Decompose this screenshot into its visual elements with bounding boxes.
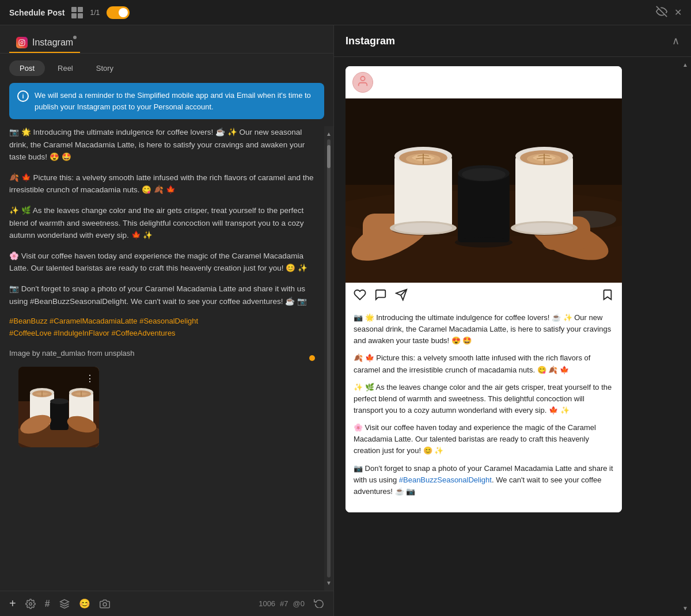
bottom-toolbar: + # 😊 bbox=[0, 591, 333, 616]
info-text: We will send a reminder to the Simplifie… bbox=[35, 90, 316, 112]
preview-scroll-down[interactable]: ▼ bbox=[682, 605, 688, 611]
svg-point-47 bbox=[455, 237, 512, 248]
svg-point-3 bbox=[23, 40, 24, 41]
instagram-icon bbox=[16, 37, 28, 48]
svg-point-52 bbox=[515, 223, 573, 233]
emoji-icon[interactable]: 😊 bbox=[79, 598, 90, 609]
titlebar-left: Schedule Post 1/1 bbox=[9, 6, 130, 19]
post-para-2: 🍂 🍁 Picture this: a velvety smooth latte… bbox=[9, 172, 315, 196]
close-icon[interactable]: ✕ bbox=[674, 7, 682, 18]
char-count: 1006 bbox=[259, 599, 275, 608]
heart-icon[interactable] bbox=[354, 288, 366, 304]
comment-icon[interactable] bbox=[374, 288, 387, 304]
instagram-preview-card: 📷 🌟 Introducing the ultimate indulgence … bbox=[346, 66, 622, 512]
collapse-icon[interactable]: ∧ bbox=[672, 35, 679, 47]
info-icon: i bbox=[17, 90, 29, 102]
platform-dot bbox=[73, 36, 77, 39]
char-count-area: 1006 #7 @0 bbox=[259, 599, 305, 608]
svg-rect-12 bbox=[50, 401, 69, 430]
undo-icon[interactable] bbox=[314, 598, 324, 610]
svg-point-2 bbox=[21, 41, 23, 44]
tab-reel[interactable]: Reel bbox=[47, 60, 83, 76]
left-panel: Instagram Post Reel Story i We will send… bbox=[0, 25, 334, 616]
caption-para-5: 📷 Don't forget to snap a photo of your C… bbox=[354, 463, 614, 497]
post-para-1: 📷 🌟 Introducing the ultimate indulgence … bbox=[9, 126, 315, 163]
grid-view-icon[interactable] bbox=[71, 7, 83, 18]
hashtags: #BeanBuzz #CaramelMacadamiaLatte #Season… bbox=[9, 315, 315, 340]
right-panel: Instagram ∧ bbox=[334, 25, 691, 616]
titlebar-right: ✕ bbox=[656, 6, 682, 20]
post-para-3: ✨ 🌿 As the leaves change color and the a… bbox=[9, 204, 315, 242]
post-para-5: 📷 Don't forget to snap a photo of your C… bbox=[9, 283, 315, 307]
add-button[interactable]: + bbox=[9, 597, 16, 610]
yellow-dot bbox=[309, 355, 315, 361]
main-layout: Instagram Post Reel Story i We will send… bbox=[0, 25, 691, 616]
toggle-switch[interactable] bbox=[107, 6, 130, 19]
svg-point-50 bbox=[394, 223, 452, 233]
svg-rect-33 bbox=[458, 173, 510, 242]
content-tabs: Post Reel Story bbox=[0, 54, 333, 83]
svg-point-22 bbox=[103, 602, 107, 606]
dots-menu-icon[interactable]: ⋮ bbox=[85, 374, 94, 383]
thumbnail-options[interactable]: ⋮ bbox=[85, 371, 94, 386]
svg-rect-36 bbox=[394, 156, 452, 228]
avatar-icon bbox=[356, 75, 369, 90]
post-para-4: 🌸 Visit our coffee haven today and exper… bbox=[9, 250, 315, 275]
caption-para-1: 📷 🌟 Introducing the ultimate indulgence … bbox=[354, 312, 614, 347]
platform-tabs: Instagram bbox=[0, 25, 333, 54]
mention-count: @0 bbox=[293, 599, 305, 608]
camera-icon[interactable] bbox=[100, 599, 110, 609]
caption-5-link[interactable]: #BeanBuzzSeasonalDelight bbox=[399, 476, 492, 484]
page-indicator: 1/1 bbox=[90, 9, 100, 17]
share-icon[interactable] bbox=[395, 288, 408, 304]
bookmark-icon[interactable] bbox=[601, 288, 614, 304]
preview-scroll[interactable]: 📷 🌟 Introducing the ultimate indulgence … bbox=[334, 57, 679, 616]
tab-post[interactable]: Post bbox=[9, 60, 45, 76]
titlebar: Schedule Post 1/1 ✕ bbox=[0, 0, 691, 25]
image-credit: Image by nate_dumlao from unsplash bbox=[9, 348, 135, 360]
scroll-down-arrow[interactable]: ▼ bbox=[326, 580, 332, 586]
thumbnail-area: ⋮ bbox=[9, 367, 315, 454]
caption-para-4: 🌸 Visit our coffee haven today and exper… bbox=[354, 422, 614, 457]
scroll-up-arrow[interactable]: ▲ bbox=[326, 131, 332, 137]
post-content-editor[interactable]: 📷 🌟 Introducing the ultimate indulgence … bbox=[0, 126, 324, 591]
svg-point-23 bbox=[360, 76, 365, 80]
svg-point-35 bbox=[462, 168, 506, 181]
hashtag-icon[interactable]: # bbox=[45, 599, 50, 609]
settings-icon[interactable] bbox=[25, 599, 36, 609]
preview-title: Instagram bbox=[346, 35, 395, 47]
info-banner: i We will send a reminder to the Simplif… bbox=[9, 83, 324, 119]
tab-story[interactable]: Story bbox=[86, 60, 124, 76]
platform-name: Instagram bbox=[32, 37, 73, 48]
insta-actions bbox=[346, 283, 622, 310]
svg-rect-41 bbox=[515, 156, 573, 228]
hashtag-count: #7 bbox=[280, 599, 288, 608]
insta-avatar bbox=[352, 72, 373, 93]
layers-icon[interactable] bbox=[59, 599, 70, 609]
svg-point-13 bbox=[50, 398, 69, 404]
insta-caption: 📷 🌟 Introducing the ultimate indulgence … bbox=[346, 310, 622, 512]
preview-scroll-up[interactable]: ▲ bbox=[682, 62, 688, 68]
preview-header: Instagram ∧ bbox=[334, 25, 691, 57]
caption-para-3: ✨ 🌿 As the leaves change color and the a… bbox=[354, 382, 614, 416]
app-title: Schedule Post bbox=[9, 8, 64, 17]
svg-marker-21 bbox=[60, 599, 69, 604]
platform-tab-instagram[interactable]: Instagram bbox=[9, 32, 80, 53]
caption-para-2: 🍂 🍁 Picture this: a velvety smooth latte… bbox=[354, 352, 614, 375]
insta-card-header bbox=[346, 66, 622, 98]
insta-post-image bbox=[346, 98, 622, 283]
eye-off-icon[interactable] bbox=[656, 6, 667, 20]
svg-point-20 bbox=[29, 602, 32, 605]
thumbnail-wrapper: ⋮ bbox=[18, 367, 99, 447]
